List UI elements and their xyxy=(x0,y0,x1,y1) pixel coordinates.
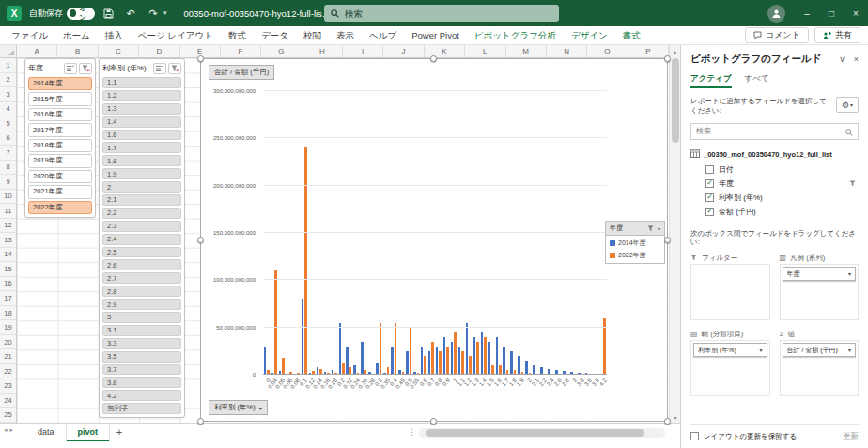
slicer-riritsu[interactable]: 利率別 (年%) 1.11.21.31.41.61.71.81.922.12.2… xyxy=(99,58,185,418)
column-header[interactable]: P xyxy=(628,45,669,57)
row-header[interactable]: 2 xyxy=(0,73,16,88)
row-header[interactable]: 5 xyxy=(0,116,16,131)
slicer-item[interactable]: 1.9 xyxy=(102,168,181,179)
sheet-tab-pivot[interactable]: pivot xyxy=(67,424,111,441)
bar-2014年度[interactable] xyxy=(458,347,461,375)
slicer-item[interactable]: 1.8 xyxy=(102,155,181,166)
slicer-item[interactable]: 2.7 xyxy=(102,272,181,284)
field-checkbox[interactable] xyxy=(705,208,714,216)
row-header[interactable]: 19 xyxy=(0,320,16,335)
row-header[interactable]: 17 xyxy=(0,291,16,306)
slicer-item[interactable]: 3.7 xyxy=(102,364,181,376)
selection-handle[interactable] xyxy=(197,55,204,62)
selection-handle[interactable] xyxy=(664,55,671,62)
bar-2014年度[interactable] xyxy=(339,323,342,375)
fields-search-box[interactable] xyxy=(690,123,859,140)
search-input[interactable] xyxy=(345,8,552,19)
row-header[interactable]: 7 xyxy=(0,146,16,161)
bar-2022年度[interactable] xyxy=(380,323,382,375)
pane-tab-アクティブ[interactable]: アクティブ xyxy=(690,73,732,88)
comments-button[interactable]: コメント xyxy=(745,27,809,43)
update-button[interactable]: 更新 xyxy=(843,431,859,442)
bar-2014年度[interactable] xyxy=(428,351,431,375)
slicer-item[interactable]: 2.9 xyxy=(102,299,181,310)
row-header[interactable]: 22 xyxy=(0,364,16,379)
bar-2022年度[interactable] xyxy=(461,351,464,375)
selection-handle[interactable] xyxy=(197,418,204,425)
bar-2014年度[interactable] xyxy=(481,332,484,375)
bar-2014年度[interactable] xyxy=(443,337,446,375)
row-header[interactable]: 9 xyxy=(0,175,16,190)
slicer-item[interactable]: 2.1 xyxy=(102,194,181,206)
minimize-button[interactable]: – xyxy=(795,0,819,26)
row-header[interactable]: 24 xyxy=(0,394,16,409)
bar-2014年度[interactable] xyxy=(361,342,364,375)
tools-button[interactable]: ⚙ ▾ xyxy=(836,97,859,113)
ribbon-tab[interactable]: 表示 xyxy=(329,26,362,44)
row-header[interactable]: 12 xyxy=(0,219,16,234)
pane-close-icon[interactable]: × xyxy=(854,54,859,64)
bar-2022年度[interactable] xyxy=(454,332,457,375)
slicer-item[interactable]: 2014年度 xyxy=(28,77,92,90)
drop-area-box[interactable]: 年度▾ xyxy=(780,264,860,320)
ribbon-tab[interactable]: デザイン xyxy=(564,26,615,44)
multi-select-icon[interactable] xyxy=(153,63,166,74)
row-header[interactable]: 25 xyxy=(0,408,16,423)
ribbon-tab[interactable]: ファイル xyxy=(4,26,55,44)
row-header[interactable]: 18 xyxy=(0,306,16,321)
column-header[interactable]: M xyxy=(506,45,547,57)
bar-2014年度[interactable] xyxy=(466,323,469,375)
slicer-item[interactable]: 2.3 xyxy=(102,221,181,232)
slicer-item[interactable]: 3 xyxy=(102,312,181,323)
pivot-chart[interactable]: 合計 / 金額 (千円) 050,000,000,000100,000,000,… xyxy=(200,58,668,422)
row-header[interactable]: 23 xyxy=(0,378,16,394)
column-header[interactable]: I xyxy=(343,45,383,57)
selection-handle[interactable] xyxy=(664,418,671,425)
bar-2014年度[interactable] xyxy=(436,347,439,375)
legend-entry[interactable]: 2014年度 xyxy=(610,239,660,248)
bar-2014年度[interactable] xyxy=(510,351,513,375)
field-row[interactable]: 利率別 (年%) xyxy=(690,191,859,205)
row-header[interactable]: 3 xyxy=(0,87,16,102)
column-header[interactable]: B xyxy=(57,45,98,57)
bar-2022年度[interactable] xyxy=(410,328,412,375)
excel-app-icon[interactable]: X xyxy=(7,6,22,21)
vertical-scrollbar[interactable]: ▴ ▾ xyxy=(669,45,680,423)
legend-field-button[interactable]: 年度 ▾ xyxy=(606,222,664,236)
bar-2022年度[interactable] xyxy=(424,356,426,375)
slicer-item[interactable]: 2022年度 xyxy=(28,201,92,214)
row-header[interactable]: 4 xyxy=(0,102,16,117)
bar-2014年度[interactable] xyxy=(391,347,394,375)
slicer-item[interactable]: 3.5 xyxy=(102,351,181,363)
column-header[interactable]: F xyxy=(221,45,261,57)
sheet-nav-arrows[interactable]: ◂▸ xyxy=(4,426,16,434)
bar-2014年度[interactable] xyxy=(496,337,499,375)
slicer-item[interactable]: 1.7 xyxy=(102,142,181,153)
legend-entry[interactable]: 2022年度 xyxy=(610,251,660,260)
slicer-item[interactable]: 1.2 xyxy=(102,90,181,101)
column-header[interactable]: A xyxy=(17,45,57,57)
bar-2014年度[interactable] xyxy=(525,361,528,375)
redo-icon[interactable]: ↷ xyxy=(144,4,163,23)
column-header[interactable]: J xyxy=(383,45,424,57)
pane-options-icon[interactable]: ∨ xyxy=(839,54,845,64)
restore-button[interactable]: □ xyxy=(819,0,844,26)
selection-handle[interactable] xyxy=(430,418,437,425)
multi-select-icon[interactable] xyxy=(64,63,77,74)
scroll-up-icon[interactable]: ▴ xyxy=(670,45,680,56)
drop-area-box[interactable]: 利率別 (年%)▾ xyxy=(690,340,770,396)
column-header[interactable]: N xyxy=(547,45,587,57)
table-row[interactable]: _00350_mof_00350470_hyo12_full_list xyxy=(690,147,859,162)
axis-field-button[interactable]: 利率別 (年%) ▾ xyxy=(209,400,268,415)
selection-handle[interactable] xyxy=(430,55,437,62)
chevron-down-icon[interactable]: ▾ xyxy=(163,9,167,17)
close-button[interactable]: × xyxy=(844,0,868,26)
bar-2014年度[interactable] xyxy=(503,347,505,375)
slicer-item[interactable]: 2018年度 xyxy=(28,139,92,152)
bar-2022年度[interactable] xyxy=(282,358,285,375)
bar-2022年度[interactable] xyxy=(304,147,307,375)
ribbon-tab[interactable]: Power Pivot xyxy=(404,26,467,44)
slicer-item[interactable]: 無利子 xyxy=(102,403,181,414)
add-sheet-button[interactable]: + xyxy=(110,424,129,441)
drop-area-box[interactable]: 合計 / 金額 (千円)▾ xyxy=(780,340,860,396)
